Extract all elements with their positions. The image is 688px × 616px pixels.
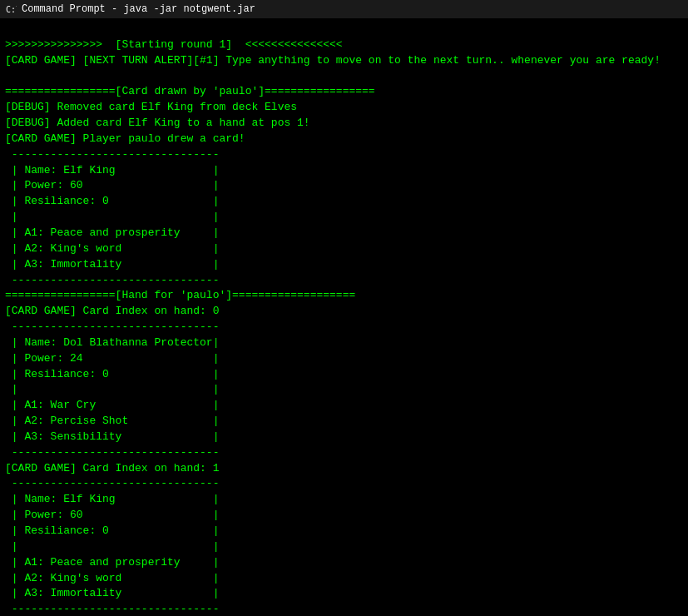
terminal-line [5, 69, 683, 85]
terminal-line: -------------------------------- [5, 273, 683, 289]
terminal-line: | A2: King's word | [5, 241, 683, 257]
terminal-line: [DEBUG] Added card Elf King to a hand at… [5, 116, 683, 132]
terminal-line: | | [5, 539, 683, 555]
cmd-icon: C:\ [5, 3, 17, 15]
terminal-line: | | [5, 210, 683, 226]
terminal-line: [DEBUG] Removed card Elf King from deck … [5, 100, 683, 116]
terminal-line: | Power: 60 | [5, 178, 683, 194]
terminal-line: | Name: Dol Blathanna Protector| [5, 335, 683, 351]
terminal-line: [CARD GAME] Card Index on hand: 0 [5, 304, 683, 320]
svg-text:C:\: C:\ [6, 5, 17, 14]
terminal-line: | A1: Peace and prosperity | [5, 226, 683, 241]
terminal-line: | Power: 24 | [5, 351, 683, 367]
terminal-line: =================[Card drawn by 'paulo']… [5, 84, 683, 100]
terminal-line: | A1: War Cry | [5, 398, 683, 414]
terminal-line: | A3: Immortality | [5, 257, 683, 273]
terminal-line: | Resiliance: 0 | [5, 367, 683, 383]
terminal-line: | Resiliance: 0 | [5, 524, 683, 539]
terminal-line: =================[Hand for 'paulo']=====… [5, 288, 683, 304]
terminal-line: | A1: Peace and prosperity | [5, 555, 683, 571]
title-bar-label: Command Prompt - java -jar notgwent.jar [22, 3, 255, 15]
terminal-line: | A2: Percise Shot | [5, 414, 683, 430]
terminal-line: -------------------------------- [5, 445, 683, 461]
terminal-line: -------------------------------- [5, 476, 683, 492]
terminal-line: -------------------------------- [5, 602, 683, 616]
terminal-output: >>>>>>>>>>>>>>> [Starting round 1] <<<<<… [0, 18, 688, 616]
terminal-line: | A3: Immortality | [5, 586, 683, 602]
terminal-line: | Name: Elf King | [5, 492, 683, 508]
terminal-line: -------------------------------- [5, 147, 683, 163]
terminal-line: [CARD GAME] Player paulo drew a card! [5, 132, 683, 147]
terminal-line: | Resiliance: 0 | [5, 194, 683, 210]
terminal-line: [CARD GAME] Card Index on hand: 1 [5, 461, 683, 477]
terminal-line: | Name: Elf King | [5, 163, 683, 179]
terminal-line: [CARD GAME] [NEXT TURN ALERT][#1] Type a… [5, 53, 683, 69]
terminal-line: | A3: Sensibility | [5, 430, 683, 445]
terminal-line: | Power: 60 | [5, 508, 683, 524]
title-bar: C:\ Command Prompt - java -jar notgwent.… [0, 0, 688, 18]
terminal-line: -------------------------------- [5, 320, 683, 335]
terminal-line: >>>>>>>>>>>>>>> [Starting round 1] <<<<<… [5, 37, 683, 53]
terminal-line: | | [5, 382, 683, 398]
terminal-line: | A2: King's word | [5, 571, 683, 587]
